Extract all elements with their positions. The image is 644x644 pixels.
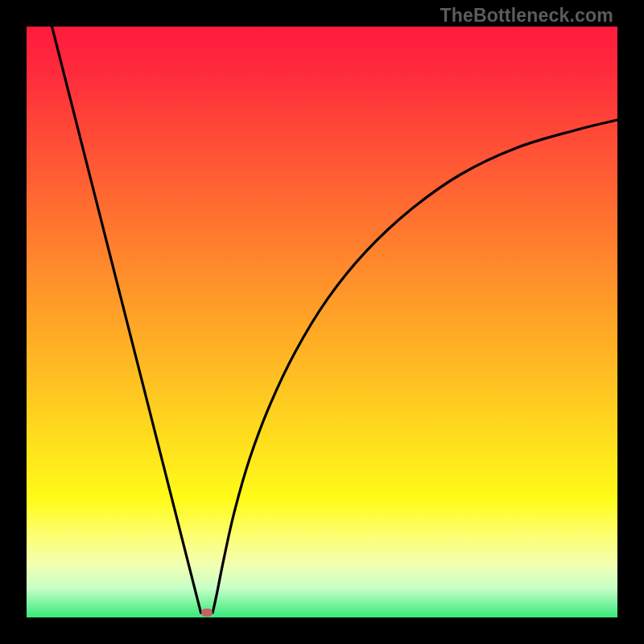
bottleneck-curve [27,27,617,617]
chart-frame: TheBottleneck.com [0,0,644,644]
watermark-text: TheBottleneck.com [440,5,613,27]
minimum-marker [201,609,213,617]
